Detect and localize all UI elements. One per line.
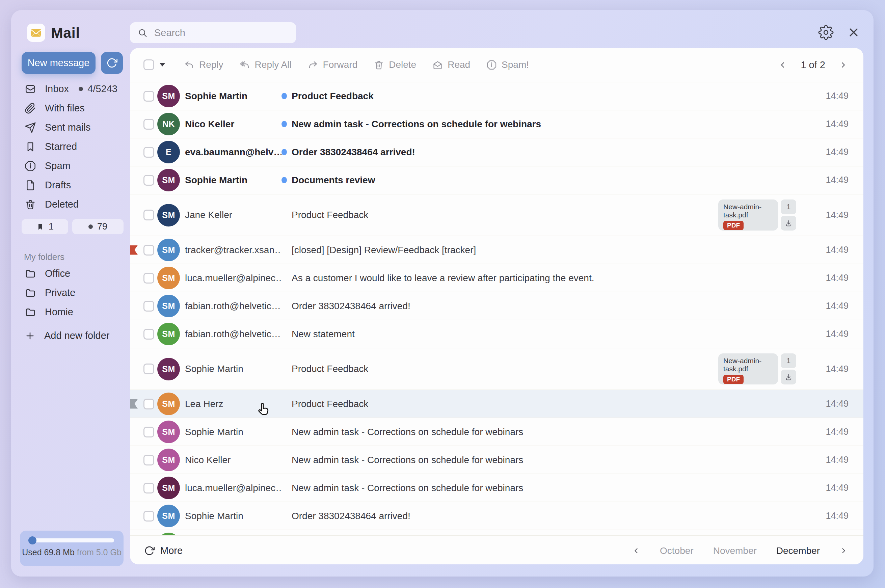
email-checkbox[interactable] xyxy=(144,119,154,130)
unread-badge[interactable]: 79 xyxy=(72,219,123,234)
chevron-left-icon[interactable] xyxy=(632,546,640,555)
chevron-left-icon[interactable] xyxy=(778,60,787,69)
reply-all-button[interactable]: Reply All xyxy=(240,59,292,70)
read-button[interactable]: Read xyxy=(432,59,470,70)
settings-button[interactable] xyxy=(817,24,835,41)
storage-progress-bar xyxy=(29,538,114,542)
search-input[interactable] xyxy=(154,27,289,39)
sidebar-item-starred[interactable]: Starred xyxy=(11,137,130,156)
sidebar-item-sent-mails[interactable]: Sent mails xyxy=(11,118,130,137)
storage-progress-dot xyxy=(28,536,36,544)
pagination-label: 1 of 2 xyxy=(801,59,825,70)
folder-item-private[interactable]: Private xyxy=(11,283,130,303)
email-checkbox[interactable] xyxy=(144,147,154,158)
gear-icon xyxy=(818,25,834,40)
sidebar-item-with-files[interactable]: With files xyxy=(11,99,130,118)
email-sender: Nico Keller xyxy=(185,454,282,465)
email-row[interactable]: SM fabian.roth@helvetic… Order 383024384… xyxy=(130,292,863,320)
starred-badge[interactable]: 1 xyxy=(22,219,68,234)
info-octagon-icon xyxy=(486,60,497,70)
email-checkbox[interactable] xyxy=(144,329,154,340)
email-row[interactable]: SM Sophie Martin New admin task - Correc… xyxy=(130,418,863,446)
dot-icon xyxy=(79,87,83,91)
download-button[interactable] xyxy=(781,370,796,384)
sidebar-item-deleted[interactable]: Deleted xyxy=(11,195,130,214)
sidebar-item-spam[interactable]: Spam xyxy=(11,156,130,176)
attachment-filename: New-admin-task.pdf xyxy=(723,203,773,219)
email-time: 14:49 xyxy=(800,364,863,374)
email-subject: Order 38302438464 arrived! xyxy=(292,301,800,312)
info-octagon-icon xyxy=(25,160,36,172)
email-row[interactable]: SM Nico Keller New admin task - Correcti… xyxy=(130,446,863,474)
attachment-count: 1 xyxy=(781,353,796,368)
email-checkbox[interactable] xyxy=(144,91,154,102)
bookmark-icon xyxy=(36,223,44,231)
email-subject: New admin task - Corrections on schedule… xyxy=(292,119,800,130)
folder-item-label: Homie xyxy=(45,306,73,318)
reply-icon xyxy=(184,60,194,70)
chevron-right-icon[interactable] xyxy=(839,546,848,555)
email-row[interactable]: SM luca.mueller@alpinec… As a customer I… xyxy=(130,264,863,292)
flag-icon xyxy=(130,399,138,409)
email-checkbox[interactable] xyxy=(144,175,154,186)
email-checkbox[interactable] xyxy=(144,399,154,410)
sidebar-item-label: Starred xyxy=(45,141,77,152)
email-checkbox[interactable] xyxy=(144,363,154,374)
avatar: SM xyxy=(157,532,180,535)
page-title: Mail xyxy=(51,24,80,42)
add-new-folder-button[interactable]: Add new folder xyxy=(11,326,130,345)
email-row[interactable]: SM Sophie Martin Product Feedback New-ad… xyxy=(130,348,863,390)
folder-item-label: Office xyxy=(45,268,70,279)
unread-badge-count: 79 xyxy=(97,221,107,232)
attachment-chip[interactable]: New-admin-task.pdf PDF xyxy=(718,353,778,384)
month-november[interactable]: November xyxy=(713,546,757,556)
select-all-checkbox[interactable] xyxy=(144,59,154,70)
email-row[interactable]: SM fabian.roth@helvetic… New statement 1… xyxy=(130,320,863,348)
chevron-right-icon[interactable] xyxy=(839,60,848,69)
close-button[interactable] xyxy=(845,24,862,41)
reply-button[interactable]: Reply xyxy=(184,59,224,70)
email-sender: fabian.roth@helvetic… xyxy=(185,329,282,340)
email-row[interactable]: SM Sophie Martin Order 38302438464 arriv… xyxy=(130,502,863,530)
download-button[interactable] xyxy=(781,216,796,231)
sidebar-item-inbox[interactable]: Inbox 4/5243 xyxy=(11,80,130,99)
delete-button[interactable]: Delete xyxy=(374,59,416,70)
month-october[interactable]: October xyxy=(660,546,694,556)
email-checkbox[interactable] xyxy=(144,427,154,438)
email-row[interactable]: SM Sophie Martin Order 38302438464 arriv… xyxy=(130,530,863,535)
email-sender: Sophie Martin xyxy=(185,511,282,522)
email-time: 14:49 xyxy=(800,483,863,493)
email-row[interactable]: SM luca.mueller@alpinec… New admin task … xyxy=(130,474,863,502)
attachment-chip[interactable]: New-admin-task.pdf PDF xyxy=(718,200,778,231)
email-row[interactable]: SM Jane Keller Product Feedback New-admi… xyxy=(130,194,863,236)
email-time: 14:49 xyxy=(800,511,863,521)
email-row[interactable]: E eva.baumann@helv… Order 38302438464 ar… xyxy=(130,138,863,166)
chevron-down-icon[interactable] xyxy=(160,63,165,66)
search-bar[interactable] xyxy=(130,22,296,43)
email-checkbox[interactable] xyxy=(144,483,154,494)
email-checkbox[interactable] xyxy=(144,273,154,284)
email-row[interactable]: SM Lea Herz Product Feedback 14:49 xyxy=(130,390,863,418)
email-row[interactable]: SM Sophie Martin Documents review 14:49 xyxy=(130,166,863,194)
email-checkbox[interactable] xyxy=(144,210,154,220)
sidebar-item-label: Inbox xyxy=(45,83,69,94)
forward-button[interactable]: Forward xyxy=(308,59,358,70)
email-checkbox[interactable] xyxy=(144,511,154,522)
folder-item-homie[interactable]: Homie xyxy=(11,303,130,322)
email-checkbox[interactable] xyxy=(144,301,154,312)
email-subject: New admin task - Corrections on schedule… xyxy=(292,454,800,465)
email-row[interactable]: SM Sophie Martin Product Feedback 14:49 xyxy=(130,82,863,110)
spam-button[interactable]: Spam! xyxy=(486,59,529,70)
month-december[interactable]: December xyxy=(776,546,820,556)
email-row[interactable]: SM tracker@tracker.xsan… [closed] [Desig… xyxy=(130,236,863,264)
new-message-button[interactable]: New message xyxy=(22,52,96,74)
email-row[interactable]: NK Nico Keller New admin task - Correcti… xyxy=(130,110,863,138)
email-time: 14:49 xyxy=(800,147,863,157)
email-checkbox[interactable] xyxy=(144,454,154,465)
month-pagination: OctoberNovemberDecember xyxy=(632,546,848,556)
sidebar-item-drafts[interactable]: Drafts xyxy=(11,176,130,195)
refresh-button[interactable] xyxy=(101,52,123,74)
folder-item-office[interactable]: Office xyxy=(11,264,130,283)
email-checkbox[interactable] xyxy=(144,245,154,255)
more-button[interactable]: More xyxy=(144,545,183,556)
